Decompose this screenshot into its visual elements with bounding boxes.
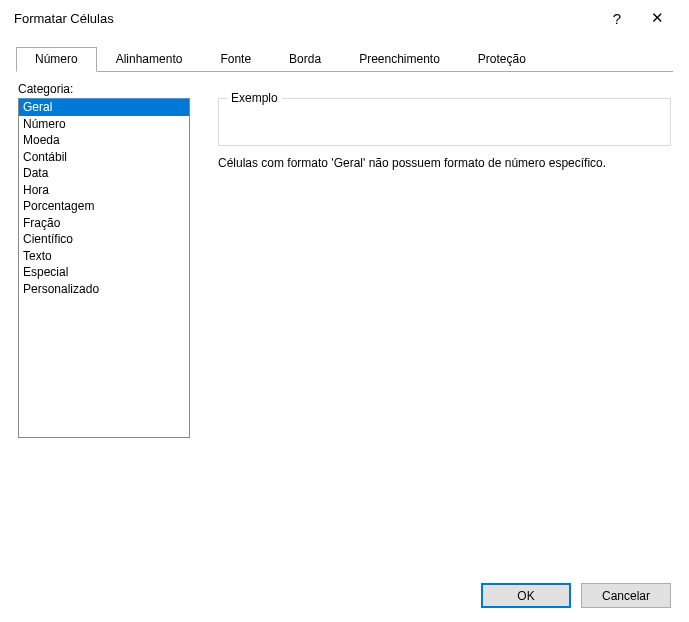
dialog-title: Formatar Células [14,11,597,26]
category-item[interactable]: Científico [19,231,189,248]
close-button[interactable]: ✕ [637,4,677,32]
category-item[interactable]: Geral [19,99,189,116]
ok-button[interactable]: OK [481,583,571,608]
category-item[interactable]: Moeda [19,132,189,149]
dialog-body: Categoria: GeralNúmeroMoedaContábilDataH… [0,72,689,438]
tab-proteção[interactable]: Proteção [459,47,545,72]
category-item[interactable]: Fração [19,215,189,232]
example-fieldset: Exemplo [218,98,671,146]
category-item[interactable]: Texto [19,248,189,265]
close-icon: ✕ [651,9,664,27]
category-item[interactable]: Personalizado [19,281,189,298]
category-item[interactable]: Hora [19,182,189,199]
category-description: Células com formato 'Geral' não possuem … [218,156,671,170]
tab-borda[interactable]: Borda [270,47,340,72]
dialog-buttons: OK Cancelar [481,583,671,608]
tab-alinhamento[interactable]: Alinhamento [97,47,202,72]
category-item[interactable]: Especial [19,264,189,281]
example-legend: Exemplo [227,91,282,105]
category-item[interactable]: Porcentagem [19,198,189,215]
titlebar: Formatar Células ? ✕ [0,0,689,36]
tab-fonte[interactable]: Fonte [201,47,270,72]
category-item[interactable]: Data [19,165,189,182]
tab-preenchimento[interactable]: Preenchimento [340,47,459,72]
help-icon: ? [613,10,621,27]
tab-strip: NúmeroAlinhamentoFonteBordaPreenchimento… [16,46,673,72]
category-listbox[interactable]: GeralNúmeroMoedaContábilDataHoraPorcenta… [18,98,190,438]
cancel-button[interactable]: Cancelar [581,583,671,608]
category-item[interactable]: Número [19,116,189,133]
help-button[interactable]: ? [597,4,637,32]
category-label: Categoria: [18,82,198,96]
category-item[interactable]: Contábil [19,149,189,166]
tab-número[interactable]: Número [16,47,97,72]
